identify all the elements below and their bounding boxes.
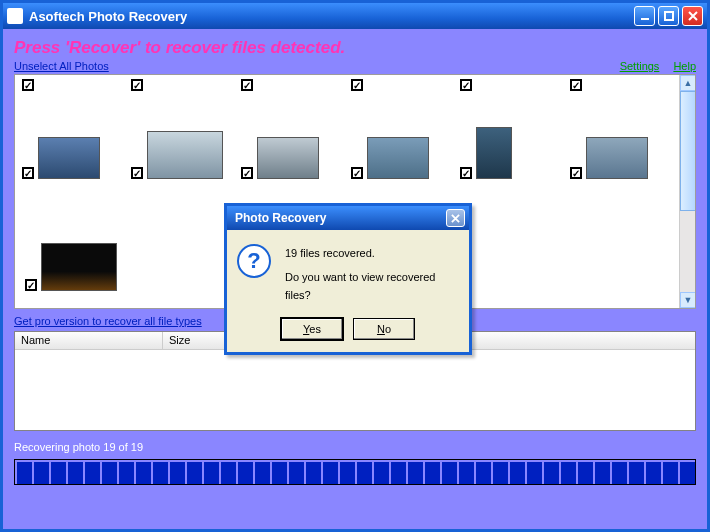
scroll-down-button[interactable]: ▼	[680, 292, 696, 308]
progress-segment	[306, 462, 321, 484]
photo-checkbox[interactable]: ✓	[22, 167, 34, 179]
progress-segment	[119, 462, 134, 484]
app-icon: ▣	[7, 8, 23, 24]
photo-checkbox[interactable]: ✓	[460, 79, 472, 91]
photo-thumbnail[interactable]	[147, 131, 223, 179]
progress-segment	[238, 462, 253, 484]
dialog-message-line1: 19 files recovered.	[285, 244, 459, 262]
progress-segment	[629, 462, 644, 484]
thumbnail-cell: ✓	[241, 79, 345, 93]
link-bar: Unselect All Photos Settings Help	[14, 60, 696, 74]
scroll-thumb[interactable]	[680, 91, 696, 211]
pro-version-link[interactable]: Get pro version to recover all file type…	[14, 315, 202, 327]
progress-segment	[170, 462, 185, 484]
thumbnail-cell: ✓	[241, 127, 345, 179]
close-button[interactable]	[682, 6, 703, 26]
progress-segment	[476, 462, 491, 484]
progress-segment	[544, 462, 559, 484]
progress-segment	[153, 462, 168, 484]
maximize-button[interactable]	[658, 6, 679, 26]
progress-segment	[510, 462, 525, 484]
progress-segment	[289, 462, 304, 484]
dialog-body: ? 19 files recovered. Do you want to vie…	[227, 230, 469, 312]
photo-thumbnail[interactable]	[586, 137, 648, 179]
status-text: Recovering photo 19 of 19	[14, 431, 696, 459]
app-window: ▣ Asoftech Photo Recovery Press 'Recover…	[0, 0, 710, 532]
thumbnail-row: ✓ ✓ ✓ ✓ ✓	[19, 127, 677, 179]
column-header-spacer	[459, 332, 695, 349]
thumbnail-cell: ✓	[131, 79, 235, 93]
scroll-up-button[interactable]: ▲	[680, 75, 696, 91]
thumbnail-cell: ✓	[351, 127, 455, 179]
dialog-buttons: Yes No	[227, 312, 469, 352]
photo-checkbox[interactable]: ✓	[131, 79, 143, 91]
instruction-text: Press 'Recover' to recover files detecte…	[14, 36, 696, 60]
no-button-suffix: o	[385, 323, 391, 335]
yes-button-suffix: es	[309, 323, 321, 335]
progress-segment	[578, 462, 593, 484]
progress-segment	[272, 462, 287, 484]
window-title: Asoftech Photo Recovery	[29, 9, 631, 24]
progress-segment	[561, 462, 576, 484]
photo-checkbox[interactable]: ✓	[351, 167, 363, 179]
dialog-message: 19 files recovered. Do you want to view …	[285, 244, 459, 304]
progress-segment	[612, 462, 627, 484]
yes-button[interactable]: Yes	[281, 318, 343, 340]
thumbnail-cell: ✓	[22, 127, 126, 179]
minimize-button[interactable]	[634, 6, 655, 26]
dialog-message-line2: Do you want to view recovered files?	[285, 268, 459, 304]
photo-thumbnail[interactable]	[257, 137, 319, 179]
thumbnail-cell: ✓	[460, 127, 564, 179]
progress-segment	[187, 462, 202, 484]
progress-segment	[17, 462, 32, 484]
photo-checkbox[interactable]: ✓	[570, 167, 582, 179]
question-icon: ?	[237, 244, 271, 278]
progress-segment	[374, 462, 389, 484]
svg-rect-0	[641, 18, 649, 20]
photo-checkbox[interactable]: ✓	[241, 167, 253, 179]
dialog-title: Photo Recovery	[231, 211, 446, 225]
photo-checkbox[interactable]: ✓	[25, 279, 37, 291]
thumbnail-cell: ✓	[460, 79, 564, 93]
progress-segment	[680, 462, 695, 484]
photo-checkbox[interactable]: ✓	[131, 167, 143, 179]
progress-segment	[102, 462, 117, 484]
progress-bar	[14, 459, 696, 485]
photo-checkbox[interactable]: ✓	[570, 79, 582, 91]
svg-rect-1	[665, 12, 673, 20]
thumbnail-cell: ✓	[570, 79, 674, 93]
photo-thumbnail[interactable]	[367, 137, 429, 179]
thumbnail-cell: ✓	[25, 221, 129, 291]
progress-segment	[459, 462, 474, 484]
photo-checkbox[interactable]: ✓	[241, 79, 253, 91]
column-header-name[interactable]: Name	[15, 332, 163, 349]
progress-segment	[391, 462, 406, 484]
thumbnail-cell: ✓	[570, 127, 674, 179]
settings-link[interactable]: Settings	[620, 60, 660, 72]
progress-segment	[408, 462, 423, 484]
help-link[interactable]: Help	[673, 60, 696, 72]
photo-checkbox[interactable]: ✓	[460, 167, 472, 179]
photo-thumbnail[interactable]	[476, 127, 512, 179]
photo-thumbnail[interactable]	[38, 137, 100, 179]
dialog-close-button[interactable]	[446, 209, 465, 227]
photo-checkbox[interactable]: ✓	[22, 79, 34, 91]
thumbnail-row: ✓ ✓ ✓ ✓ ✓ ✓	[19, 79, 677, 93]
progress-segment	[527, 462, 542, 484]
progress-segment	[221, 462, 236, 484]
thumbnail-cell: ✓	[351, 79, 455, 93]
progress-segment	[595, 462, 610, 484]
progress-segment	[663, 462, 678, 484]
progress-segment	[255, 462, 270, 484]
no-button[interactable]: No	[353, 318, 415, 340]
progress-segment	[442, 462, 457, 484]
progress-segment	[493, 462, 508, 484]
vertical-scrollbar[interactable]: ▲ ▼	[679, 75, 695, 308]
unselect-all-link[interactable]: Unselect All Photos	[14, 60, 109, 72]
photo-thumbnail[interactable]	[41, 243, 117, 291]
progress-segment	[68, 462, 83, 484]
progress-segment	[136, 462, 151, 484]
recovery-dialog: Photo Recovery ? 19 files recovered. Do …	[224, 203, 472, 355]
progress-segment	[340, 462, 355, 484]
photo-checkbox[interactable]: ✓	[351, 79, 363, 91]
